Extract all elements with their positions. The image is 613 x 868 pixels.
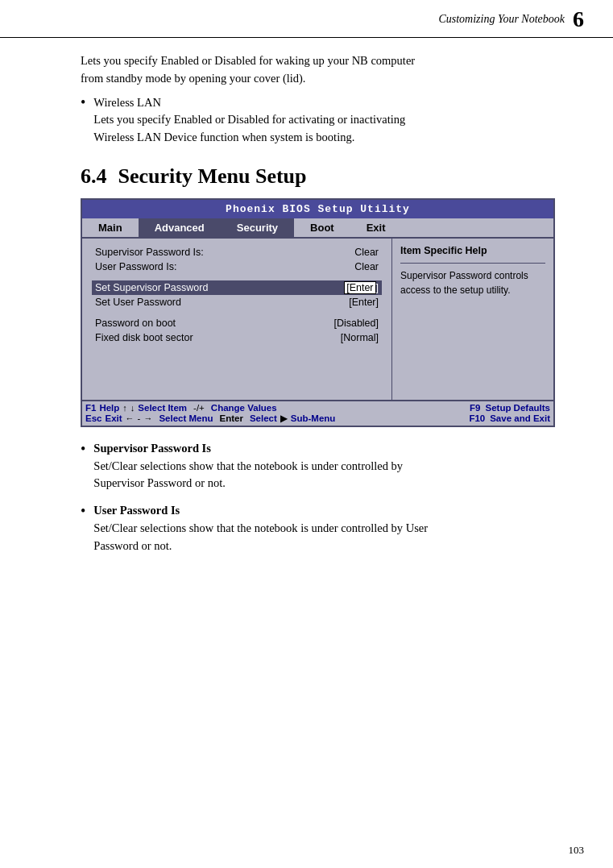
after-bullet-dot-1: • <box>81 439 85 459</box>
bios-table: Phoenix BIOS Setup Utility Main Advanced… <box>81 198 555 427</box>
intro-line1: Lets you specify Enabled or Disabled for… <box>81 54 415 67</box>
user-bullet-content: User Password Is Set/Clear selections sh… <box>93 502 428 554</box>
after-bios-section: • Supervisor Password Is Set/Clear selec… <box>81 440 555 555</box>
enter-key: Enter <box>220 413 243 423</box>
user-status-value: Clear <box>354 261 379 272</box>
f10-key: F10 <box>469 413 485 423</box>
wireless-desc1: Lets you specify Enabled or Disabled for… <box>93 111 405 129</box>
help-label: Help <box>99 403 119 413</box>
bios-menu-advanced[interactable]: Advanced <box>139 218 221 237</box>
bios-menu-main[interactable]: Main <box>82 218 139 237</box>
bios-row-set-user[interactable]: Set User Password [Enter] <box>92 295 382 309</box>
section-title: Security Menu Setup <box>118 164 307 189</box>
triangle-icon: ▶ <box>280 413 288 424</box>
bios-footer: F1 Help ↑ ↓ Select Item -/+ Change Value… <box>82 400 553 426</box>
setup-defaults-label: Setup Defaults <box>485 403 550 413</box>
intro-text: Lets you specify Enabled or Disabled for… <box>81 52 555 88</box>
bios-row-supervisor-status: Supervisor Password Is: Clear <box>92 245 382 260</box>
arrow-up: ↑ <box>122 403 127 413</box>
select-label: Select <box>250 413 277 423</box>
wireless-content: Wireless LAN Lets you specify Enabled or… <box>93 94 405 147</box>
supervisor-bullet-desc1: Set/Clear selections show that the noteb… <box>93 459 403 472</box>
f1-key: F1 <box>85 403 96 413</box>
bios-row-set-supervisor[interactable]: Set Supervisor Password [Enter] <box>92 280 382 295</box>
user-status-label: User Password Is: <box>95 261 176 272</box>
bios-menu-boot[interactable]: Boot <box>294 218 350 237</box>
after-bullet-dot-2: • <box>81 501 85 521</box>
bios-footer-row2: Esc Exit ← - → Select Menu Enter Select … <box>85 413 550 424</box>
bios-footer-row1: F1 Help ↑ ↓ Select Item -/+ Change Value… <box>85 403 550 413</box>
bios-menu-exit[interactable]: Exit <box>350 218 402 237</box>
f9-key: F9 <box>470 403 480 413</box>
page-header: Customizing Your Notebook 6 <box>0 0 613 38</box>
password-boot-label: Password on boot <box>95 318 176 329</box>
select-item-label: Select Item <box>138 403 187 413</box>
change-values-label: Change Values <box>211 403 277 413</box>
header-chapter: 6 <box>573 6 584 32</box>
password-boot-value: [Disabled] <box>333 318 379 329</box>
section-heading: 6.4 Security Menu Setup <box>81 164 555 189</box>
fixed-disk-value: [Normal] <box>341 332 379 343</box>
enter-highlight: [Enter <box>344 281 375 294</box>
set-user-label: Set User Password <box>95 297 181 308</box>
arrow-left: ← <box>126 413 135 423</box>
exit-label: Exit <box>105 413 122 423</box>
supervisor-status-label: Supervisor Password Is: <box>95 247 204 258</box>
user-bullet-label: User Password Is <box>93 504 180 517</box>
arrow-right: → <box>143 413 152 423</box>
set-user-value: [Enter] <box>349 297 379 308</box>
select-menu-label: Select Menu <box>159 413 213 423</box>
supervisor-bullet-desc2: Supervisor Password or not. <box>93 476 226 489</box>
bios-menu-security[interactable]: Security <box>221 218 294 237</box>
minus-plus: -/+ <box>193 403 205 413</box>
bios-row-user-status: User Password Is: Clear <box>92 260 382 274</box>
section-number: 6.4 <box>81 164 107 189</box>
bios-row-fixed-disk[interactable]: Fixed disk boot sector [Normal] <box>92 330 382 345</box>
bios-menu-bar: Main Advanced Security Boot Exit <box>82 218 553 239</box>
bios-left-panel: Supervisor Password Is: Clear User Passw… <box>82 239 392 400</box>
bios-row-password-boot[interactable]: Password on boot [Disabled] <box>92 316 382 330</box>
bios-help-title: Item Specific Help <box>400 245 545 256</box>
bios-title-bar: Phoenix BIOS Setup Utility <box>82 200 553 218</box>
after-bullet-user: • User Password Is Set/Clear selections … <box>81 502 555 554</box>
header-title: Customizing Your Notebook <box>438 13 565 26</box>
bios-help-text: Supervisor Password controls access to t… <box>400 268 545 297</box>
supervisor-bullet-content: Supervisor Password Is Set/Clear selecti… <box>93 440 403 492</box>
set-supervisor-value: [Enter] <box>344 282 379 293</box>
bios-right-panel: Item Specific Help Supervisor Password c… <box>392 239 553 400</box>
bios-spacer2 <box>92 309 382 316</box>
user-bullet-desc1: Set/Clear selections show that the noteb… <box>93 521 428 534</box>
supervisor-bullet-label: Supervisor Password Is <box>93 442 211 455</box>
user-bullet-desc2: Password or not. <box>93 539 172 552</box>
after-bullet-supervisor: • Supervisor Password Is Set/Clear selec… <box>81 440 555 492</box>
fixed-disk-label: Fixed disk boot sector <box>95 332 193 343</box>
bios-body: Supervisor Password Is: Clear User Passw… <box>82 239 553 400</box>
intro-line2: from standby mode by opening your cover … <box>81 72 305 85</box>
bios-help-divider <box>400 263 545 264</box>
arrow-down: ↓ <box>130 403 135 413</box>
bios-spacer1 <box>92 274 382 280</box>
page-number: 103 <box>569 844 585 857</box>
wireless-label: Wireless LAN <box>93 94 405 112</box>
bullet-dot: • <box>81 93 85 113</box>
enter-close: ] <box>376 282 379 293</box>
sub-menu-label: Sub-Menu <box>291 413 336 423</box>
wireless-bullet-section: • Wireless LAN Lets you specify Enabled … <box>81 94 555 147</box>
arrow-separator: - <box>138 413 141 423</box>
save-exit-label: Save and Exit <box>490 413 550 423</box>
esc-key: Esc <box>85 413 101 423</box>
supervisor-status-value: Clear <box>354 247 379 258</box>
set-supervisor-label: Set Supervisor Password <box>95 282 208 293</box>
main-content: Lets you specify Enabled or Disabled for… <box>0 38 613 579</box>
wireless-desc2: Wireless LAN Device function when system… <box>93 129 405 147</box>
wireless-bullet: • Wireless LAN Lets you specify Enabled … <box>81 94 555 147</box>
